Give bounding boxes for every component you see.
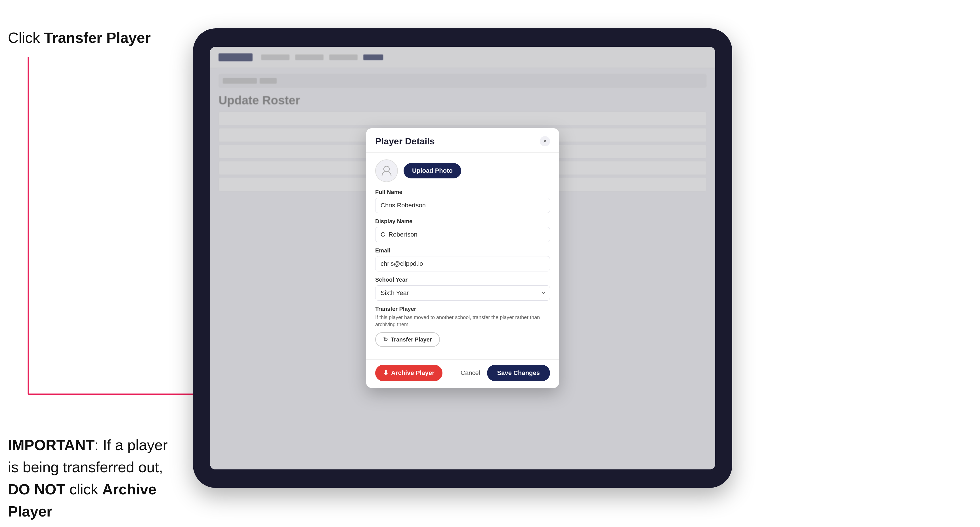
display-name-label: Display Name [375,218,550,225]
modal-backdrop: Player Details × [210,47,715,470]
modal-title: Player Details [375,136,435,147]
photo-section: Upload Photo [375,159,550,182]
full-name-label: Full Name [375,189,550,195]
tablet-screen: Update Roster Player Details × [210,47,715,470]
app-background: Update Roster Player Details × [210,47,715,470]
school-year-label: School Year [375,276,550,283]
tablet-device: Update Roster Player Details × [193,29,732,488]
school-year-select[interactable]: First Year Second Year Third Year Fourth… [375,285,550,301]
school-year-group: School Year First Year Second Year Third… [375,276,550,301]
avatar [375,159,398,182]
save-changes-button[interactable]: Save Changes [487,365,550,381]
transfer-section-desc: If this player has moved to another scho… [375,314,550,328]
display-name-input[interactable] [375,227,550,242]
transfer-icon: ↻ [383,336,388,343]
top-instruction-bold: Transfer Player [44,30,151,46]
do-not-label: DO NOT [8,481,65,497]
transfer-section-title: Transfer Player [375,306,550,312]
full-name-group: Full Name [375,189,550,213]
transfer-player-button[interactable]: ↻ Transfer Player [375,332,440,347]
archive-icon: ⬇ [383,369,388,377]
cancel-button[interactable]: Cancel [461,369,480,377]
bottom-instruction: IMPORTANT: If a player is being transfer… [8,434,178,522]
footer-right-actions: Cancel Save Changes [461,365,550,381]
upload-photo-button[interactable]: Upload Photo [404,163,461,178]
modal-footer: ⬇ Archive Player Cancel Save Changes [366,359,559,388]
important-label: IMPORTANT [8,437,94,453]
transfer-player-section: Transfer Player If this player has moved… [375,306,550,347]
archive-player-button[interactable]: ⬇ Archive Player [375,365,442,381]
player-details-modal: Player Details × [366,128,559,388]
close-button[interactable]: × [540,136,550,146]
modal-body: Upload Photo Full Name Display Name [366,152,559,359]
modal-header: Player Details × [366,128,559,152]
email-label: Email [375,247,550,254]
display-name-group: Display Name [375,218,550,242]
email-input[interactable] [375,256,550,271]
top-instruction: Click Transfer Player [8,29,151,48]
email-group: Email [375,247,550,271]
full-name-input[interactable] [375,198,550,213]
